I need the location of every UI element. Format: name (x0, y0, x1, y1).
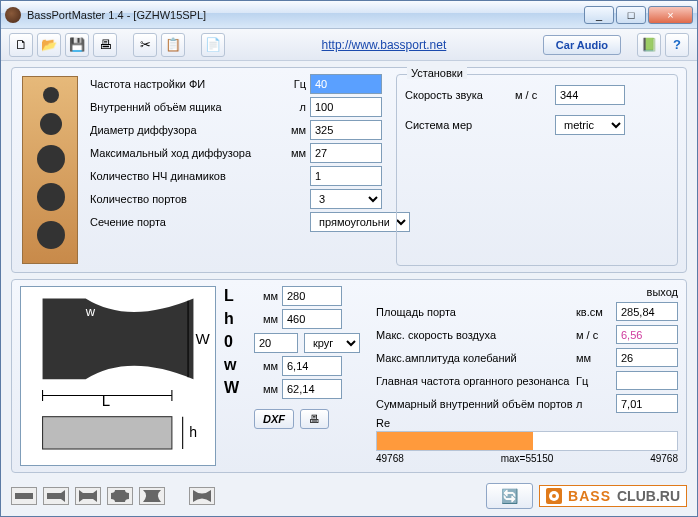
total-vol-output (616, 394, 678, 413)
save-icon[interactable]: 💾 (65, 33, 89, 57)
mm-w: мм (254, 360, 282, 372)
maximize-button[interactable]: □ (616, 6, 646, 24)
svg-rect-7 (43, 417, 172, 449)
help-book-icon[interactable]: 📗 (637, 33, 661, 57)
new-icon[interactable]: 🗋 (9, 33, 33, 57)
w-input[interactable] (282, 356, 342, 376)
box-volume-label: Внутренний объём ящика (90, 101, 280, 113)
mm-h: мм (254, 313, 282, 325)
mm-unit: мм (280, 124, 310, 136)
cut-icon[interactable]: ✂ (133, 33, 157, 57)
dxf-button[interactable]: DXF (254, 409, 294, 429)
port-type-6[interactable] (189, 487, 215, 505)
website-link[interactable]: http://www.bassport.net (322, 38, 447, 52)
flare-shape-select[interactable]: круг (304, 333, 360, 353)
num-woofers-input[interactable] (310, 166, 382, 186)
port-area-label: Площадь порта (376, 306, 576, 318)
organ-label: Главная частота органного резонанса (376, 375, 576, 387)
svg-text:L: L (102, 392, 110, 407)
re-label: Re (376, 417, 678, 429)
total-vol-label: Суммарный внутренний объём портов (376, 398, 576, 410)
flare-stepper[interactable] (254, 333, 298, 353)
h-symbol: h (224, 309, 252, 329)
port-section-select[interactable]: прямоугольник (310, 212, 410, 232)
re-bar (376, 431, 678, 451)
svg-text:W: W (196, 330, 211, 347)
tune-freq-input[interactable] (310, 74, 382, 94)
sound-speed-input[interactable] (555, 85, 625, 105)
bassclub-text-2: CLUB.RU (617, 488, 680, 504)
port-type-5[interactable] (139, 487, 165, 505)
speaker-image (22, 76, 78, 264)
zero-symbol: 0 (224, 332, 252, 352)
tune-freq-label: Частота настройки ФИ (90, 78, 280, 90)
help-icon[interactable]: ? (665, 33, 689, 57)
amp-output (616, 348, 678, 367)
mm-unit-2: мм (280, 147, 310, 159)
L-symbol: L (224, 286, 252, 306)
svg-text:w: w (85, 304, 96, 319)
bassclub-logo[interactable]: BASSCLUB.RU (539, 485, 687, 507)
unit-system-label: Система мер (405, 119, 515, 131)
xmax-input[interactable] (310, 143, 382, 163)
sound-speed-label: Скорость звука (405, 89, 515, 101)
organ-output (616, 371, 678, 390)
refresh-button[interactable]: 🔄 (486, 483, 533, 509)
svg-point-12 (552, 494, 556, 498)
svg-text:h: h (189, 424, 197, 440)
port-type-3[interactable] (75, 487, 101, 505)
W-symbol: W (224, 378, 252, 398)
amp-label: Макс.амплитуда колебаний (376, 352, 576, 364)
output-header: выход (616, 286, 678, 298)
port-area-unit: кв.см (576, 306, 616, 318)
settings-legend: Установки (407, 67, 467, 79)
L-input[interactable] (282, 286, 342, 306)
W-input[interactable] (282, 379, 342, 399)
cone-dia-input[interactable] (310, 120, 382, 140)
app-icon (5, 7, 21, 23)
port-diagram: L W w h (20, 286, 216, 466)
svg-rect-10 (15, 493, 33, 499)
num-woofers-label: Количество НЧ динамиков (90, 170, 280, 182)
h-input[interactable] (282, 309, 342, 329)
num-ports-select[interactable]: 3 (310, 189, 382, 209)
copy-icon[interactable]: 📋 (161, 33, 185, 57)
port-type-4[interactable] (107, 487, 133, 505)
close-button[interactable]: × (648, 6, 693, 24)
air-vel-output (616, 325, 678, 344)
mm-L: мм (254, 290, 282, 302)
speaker-icon (546, 488, 562, 504)
port-type-1[interactable] (11, 487, 37, 505)
port-area-output (616, 302, 678, 321)
print-diagram-button[interactable]: 🖶 (300, 409, 329, 429)
w-symbol: w (224, 355, 252, 375)
port-section-label: Сечение порта (90, 216, 280, 228)
amp-unit: мм (576, 352, 616, 364)
air-vel-label: Макс. скорость воздуха (376, 329, 576, 341)
re-left: 49768 (376, 453, 404, 464)
hz-unit: Гц (280, 78, 310, 90)
num-ports-label: Количество портов (90, 193, 280, 205)
box-volume-input[interactable] (310, 97, 382, 117)
window-title: BassPortMaster 1.4 - [GZHW15SPL] (27, 9, 582, 21)
sound-speed-unit: м / с (515, 89, 555, 101)
l-unit: л (280, 101, 310, 113)
air-vel-unit: м / с (576, 329, 616, 341)
mm-W: мм (254, 383, 282, 395)
open-icon[interactable]: 📂 (37, 33, 61, 57)
bassclub-text-1: BASS (568, 488, 611, 504)
notes-icon[interactable]: 📄 (201, 33, 225, 57)
port-type-2[interactable] (43, 487, 69, 505)
unit-system-select[interactable]: metric (555, 115, 625, 135)
cone-dia-label: Диаметр диффузора (90, 124, 280, 136)
print-icon[interactable]: 🖶 (93, 33, 117, 57)
re-mid: max=55150 (501, 453, 554, 464)
re-right: 49768 (650, 453, 678, 464)
car-audio-button[interactable]: Car Audio (543, 35, 621, 55)
minimize-button[interactable]: _ (584, 6, 614, 24)
total-vol-unit: л (576, 398, 616, 410)
xmax-label: Максимальный ход диффузора (90, 147, 280, 159)
organ-unit: Гц (576, 375, 616, 387)
